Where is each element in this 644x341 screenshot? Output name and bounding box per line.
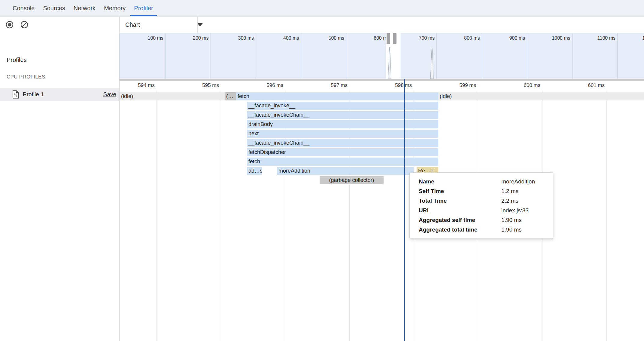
tooltip-row: URLindex.js:33 <box>419 206 553 215</box>
tooltip-value: 1.2 ms <box>501 188 553 195</box>
ruler-tick-label: 598 ms <box>376 82 412 88</box>
tooltip-value: 1.90 ms <box>501 217 553 223</box>
flame-bar-moreaddition[interactable]: moreAddition <box>277 167 414 175</box>
chart-toolbar: Chart <box>120 17 644 33</box>
tooltip-label: Self Time <box>419 188 501 195</box>
tooltip-row: Total Time2.2 ms <box>419 196 553 206</box>
record-button[interactable] <box>5 20 14 29</box>
ruler-tick-label: 596 ms <box>247 82 283 88</box>
tooltip-value: 1.90 ms <box>501 226 553 233</box>
cpu-spike <box>430 47 433 79</box>
tooltip-label: Aggregated self time <box>419 217 501 223</box>
clear-icon <box>20 20 29 29</box>
flame-chart: (idle)(…fetch(idle)__facade_invoke____fa… <box>120 91 644 341</box>
profile-document-icon <box>12 90 19 99</box>
flame-gridline <box>221 91 221 341</box>
tab-console[interactable]: Console <box>8 0 39 16</box>
flame-bar-fetchdispatcher[interactable]: fetchDispatcher <box>247 148 438 156</box>
timeline-overview[interactable]: 100 ms200 ms300 ms400 ms500 ms600 ms700 … <box>120 33 644 79</box>
tab-sources[interactable]: Sources <box>39 0 69 16</box>
web-inspector-window: ConsoleSourcesNetworkMemoryProfiler Prof… <box>0 0 644 341</box>
flame-bar-seg[interactable]: (… <box>225 92 236 100</box>
flame-bar-garbage-collector[interactable]: (garbage collector) <box>320 176 384 184</box>
ruler-tick-label: 597 ms <box>311 82 348 88</box>
sidebar: Profiles CPU PROFILES Profile 1 Save <box>0 17 120 341</box>
flame-bar-next[interactable]: next <box>247 130 438 138</box>
tooltip-value: 2.2 ms <box>501 198 553 204</box>
ruler-tick-label: 599 ms <box>440 82 476 88</box>
profile-item[interactable]: Profile 1 Save <box>0 88 119 101</box>
tooltip-label: Aggregated total time <box>419 226 501 233</box>
cpu-usage-spikes <box>120 33 644 79</box>
tooltip-row: Aggregated self time1.90 ms <box>419 215 553 225</box>
toolbar-divider <box>197 17 198 33</box>
profiles-heading: Profiles <box>7 57 27 63</box>
tooltip-row: Self Time1.2 ms <box>419 186 553 196</box>
flame-gridline <box>606 91 607 341</box>
chart-view-select[interactable]: Chart <box>125 17 203 33</box>
flame-bar-drainbody[interactable]: drainBody <box>247 120 438 128</box>
tooltip-value: moreAddition <box>501 178 553 185</box>
tooltip-label: Name <box>419 178 501 185</box>
flame-bar-fetch[interactable]: fetch <box>236 92 438 100</box>
ruler-tick-label: 594 ms <box>120 82 155 88</box>
tooltip-label: Total Time <box>419 198 501 204</box>
tooltip-label: URL <box>419 207 501 214</box>
tooltip-value: index.js:33 <box>501 207 553 214</box>
record-icon <box>5 20 14 29</box>
flame-bar-idle[interactable]: (idle) <box>120 92 225 100</box>
flame-bar-facade-invoke[interactable]: __facade_invoke__ <box>247 102 438 110</box>
cpu-spike <box>388 47 391 79</box>
save-link[interactable]: Save <box>103 91 116 98</box>
ruler-tick-label: 600 ms <box>504 82 540 88</box>
devtools-tabbar: ConsoleSourcesNetworkMemoryProfiler <box>0 0 644 17</box>
call-details-tooltip: NamemoreAdditionSelf Time1.2 msTotal Tim… <box>409 172 553 239</box>
flame-bar-ad-s[interactable]: ad…s <box>247 167 262 175</box>
tooltip-row: NamemoreAddition <box>419 177 553 186</box>
flame-gridline <box>156 91 157 341</box>
flame-bar-idle[interactable]: (idle) <box>438 92 644 100</box>
ruler-tick-label: 595 ms <box>183 82 219 88</box>
flame-bar-facade-invokechain[interactable]: __facade_invokeChain__ <box>247 139 438 147</box>
tab-network[interactable]: Network <box>69 0 100 16</box>
cpu-profiles-heading: CPU PROFILES <box>7 74 45 80</box>
ruler-tick-label: 601 ms <box>569 82 605 88</box>
tab-profiler[interactable]: Profiler <box>130 0 157 16</box>
tab-memory[interactable]: Memory <box>100 0 130 16</box>
chart-view-label: Chart <box>125 21 140 28</box>
clear-button[interactable] <box>20 20 29 29</box>
dropdown-caret-icon <box>197 23 203 26</box>
detail-ruler: 594 ms595 ms596 ms597 ms598 ms599 ms600 … <box>120 81 644 91</box>
profile-name: Profile 1 <box>23 91 103 98</box>
tooltip-row: Aggregated total time1.90 ms <box>419 225 553 235</box>
flame-bar-fetch[interactable]: fetch <box>247 158 438 166</box>
playhead-line[interactable] <box>404 79 405 341</box>
flame-bar-facade-invokechain[interactable]: __facade_invokeChain__ <box>247 111 438 119</box>
profiler-toolbar <box>0 17 119 33</box>
